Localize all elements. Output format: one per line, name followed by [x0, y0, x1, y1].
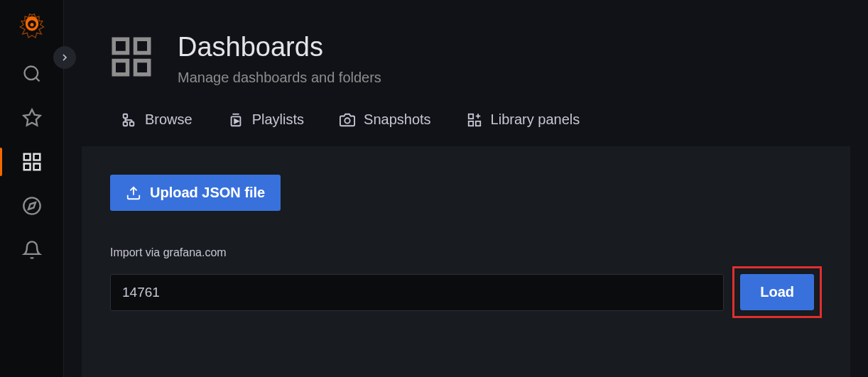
svg-rect-16 [124, 121, 128, 126]
tab-snapshots[interactable]: Snapshots [340, 107, 431, 132]
import-label: Import via grafana.com [110, 246, 822, 259]
svg-rect-13 [136, 61, 149, 75]
search-icon[interactable] [21, 62, 43, 85]
load-button[interactable]: Load [740, 274, 814, 310]
svg-rect-14 [114, 61, 127, 75]
svg-rect-27 [468, 121, 472, 125]
svg-rect-6 [33, 154, 40, 160]
tab-playlists[interactable]: Playlists [228, 107, 304, 132]
svg-rect-15 [124, 114, 128, 118]
svg-point-24 [345, 118, 349, 123]
page-header: Dashboards Manage dashboards and folders [64, 0, 868, 107]
tab-library-panels[interactable]: Library panels [467, 107, 580, 132]
tab-browse[interactable]: Browse [121, 107, 192, 132]
page-subtitle: Manage dashboards and folders [178, 70, 381, 86]
svg-rect-11 [114, 39, 127, 53]
upload-button-label: Upload JSON file [150, 185, 265, 201]
tab-label: Playlists [252, 111, 304, 128]
starred-icon[interactable] [21, 106, 43, 129]
svg-rect-26 [475, 121, 479, 125]
alerting-icon[interactable] [21, 239, 43, 261]
tab-label: Snapshots [364, 111, 431, 128]
svg-marker-10 [28, 202, 36, 209]
page-title: Dashboards [178, 32, 381, 62]
svg-rect-12 [136, 39, 149, 53]
dashboards-nav-icon[interactable] [21, 151, 43, 173]
expand-sidebar-button[interactable] [53, 46, 76, 69]
tab-label: Browse [145, 111, 192, 128]
svg-rect-7 [33, 164, 40, 170]
svg-rect-25 [468, 114, 472, 118]
load-button-highlight: Load [732, 266, 822, 318]
svg-point-2 [24, 67, 38, 80]
svg-line-3 [36, 77, 39, 81]
explore-icon[interactable] [21, 195, 43, 217]
svg-marker-23 [234, 119, 239, 124]
svg-rect-5 [23, 154, 30, 160]
svg-point-9 [23, 197, 40, 214]
content-area: Upload JSON file Import via grafana.com … [82, 146, 850, 377]
svg-marker-4 [23, 109, 40, 125]
dashboards-header-icon [107, 32, 156, 82]
upload-json-button[interactable]: Upload JSON file [110, 175, 281, 211]
main-content: Dashboards Manage dashboards and folders… [64, 0, 868, 377]
tabs-bar: Browse Playlists Snapshots Library panel… [64, 107, 868, 132]
grafana-logo[interactable] [18, 13, 46, 41]
import-id-input[interactable] [110, 274, 724, 311]
tab-label: Library panels [491, 111, 580, 128]
svg-rect-17 [130, 121, 134, 126]
svg-rect-8 [23, 164, 30, 170]
sidebar [0, 0, 64, 377]
svg-point-1 [30, 23, 33, 26]
import-section: Import via grafana.com Load [110, 246, 822, 318]
